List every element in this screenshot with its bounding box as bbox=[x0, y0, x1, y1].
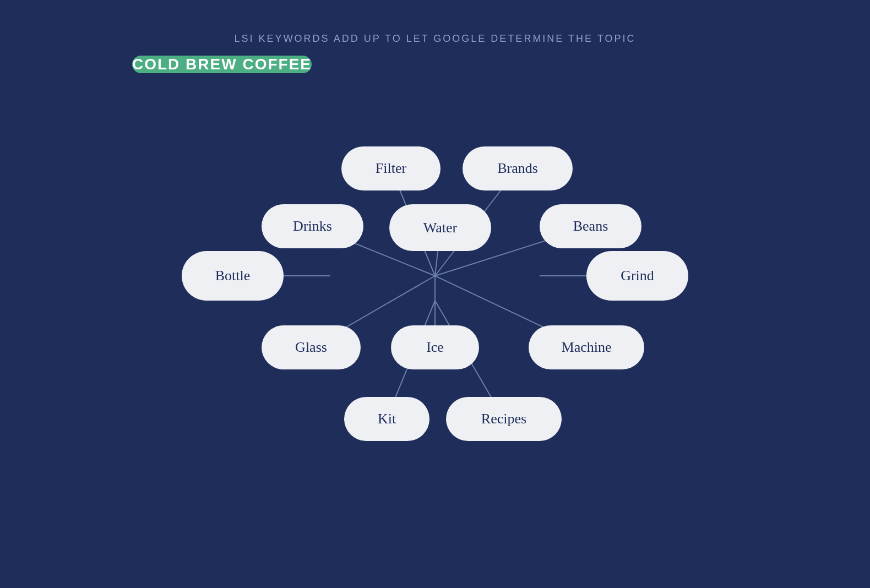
node-filter: Filter bbox=[341, 146, 441, 190]
node-beans: Beans bbox=[540, 204, 641, 248]
node-machine: Machine bbox=[529, 325, 644, 369]
node-kit: Kit bbox=[344, 397, 429, 441]
node-cold-brew: COLD BREW COFFEE bbox=[132, 56, 312, 73]
node-brands: Brands bbox=[463, 146, 573, 190]
diagram-container: COLD BREW COFFEE Filter Brands Water Dri… bbox=[132, 56, 738, 507]
node-recipes: Recipes bbox=[446, 397, 562, 441]
node-drinks: Drinks bbox=[262, 204, 363, 248]
node-glass: Glass bbox=[262, 325, 361, 369]
page-subtitle: LSI KEYWORDS ADD UP TO LET GOOGLE DETERM… bbox=[235, 33, 636, 45]
node-water: Water bbox=[389, 204, 491, 251]
node-grind: Grind bbox=[586, 251, 688, 301]
node-ice: Ice bbox=[391, 325, 479, 369]
node-bottle: Bottle bbox=[182, 251, 284, 301]
